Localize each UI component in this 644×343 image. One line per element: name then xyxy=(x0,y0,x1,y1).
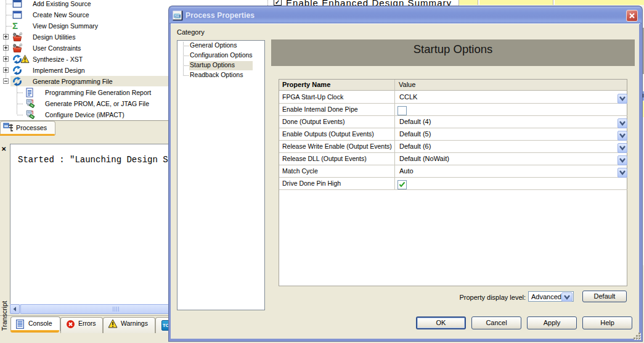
svg-text:ISE: ISE xyxy=(174,14,180,18)
